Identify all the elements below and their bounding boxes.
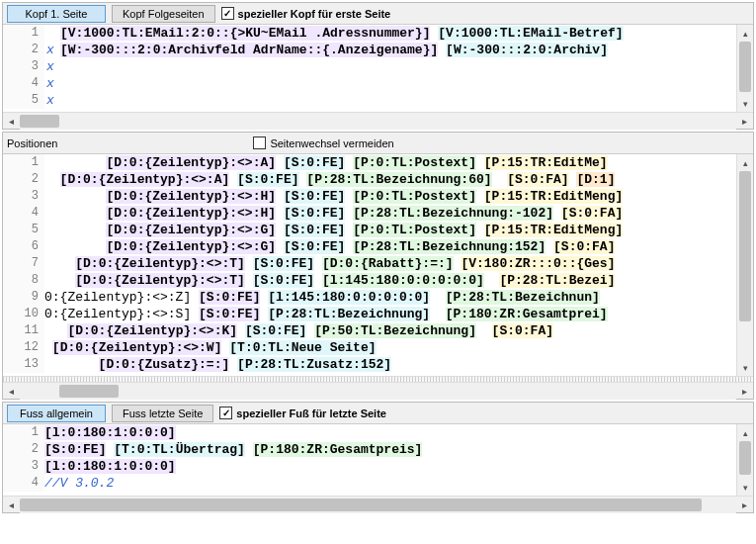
line-content[interactable]: [S:0:FE] [T:0:TL:Übertrag] [P:180:ZR:Ges… (44, 441, 753, 458)
line-number: 1 (3, 154, 44, 171)
code-line[interactable]: 11 [D:0:{Zeilentyp}:<>:K] [S:0:FE] [P:50… (3, 322, 753, 339)
checkbox-label: Seitenwechsel vermeiden (270, 137, 393, 149)
line-content[interactable]: [D:0:{Zeilentyp}:<>:A] [S:0:FE] [P:0:TL:… (44, 154, 753, 171)
scroll-up-icon[interactable]: ▴ (737, 25, 753, 42)
line-content[interactable] (60, 75, 753, 92)
tab-kopf-erste-seite[interactable]: Kopf 1. Seite (7, 5, 106, 23)
tab-fuss-allgemein[interactable]: Fuss allgemein (7, 405, 106, 422)
line-content[interactable]: [l:0:180:1:0:0:0] (44, 424, 753, 441)
code-line[interactable]: 5x (3, 92, 753, 109)
line-content[interactable]: [D:0:{Zusatz}:=:] [P:28:TL:Zusatz:152] (44, 356, 753, 373)
line-number: 4 (3, 475, 44, 492)
code-line[interactable]: 6 [D:0:{Zeilentyp}:<>:G] [S:0:FE] [P:28:… (3, 238, 753, 255)
line-content[interactable]: [D:0:{Zeilentyp}:<>:H] [S:0:FE] [P:0:TL:… (44, 188, 753, 205)
line-content[interactable]: [D:0:{Zeilentyp}:<>:T] [S:0:FE] [D:0:{Ra… (44, 255, 753, 272)
code-line[interactable]: 2[S:0:FE] [T:0:TL:Übertrag] [P:180:ZR:Ge… (3, 441, 753, 458)
scroll-left-icon[interactable]: ◂ (3, 383, 20, 400)
horizontal-scrollbar[interactable]: ◂ ▸ (3, 112, 753, 129)
line-number: 1 (3, 424, 44, 441)
code-line[interactable]: 2x[W:-300:::2:0:Archivfeld AdrName::{.An… (3, 42, 753, 58)
line-number: 4 (3, 75, 44, 92)
line-marker: x (44, 42, 60, 58)
checkbox-label: spezieller Kopf für erste Seite (238, 8, 391, 20)
horizontal-scrollbar[interactable]: ◂ ▸ (3, 382, 753, 399)
scroll-left-icon[interactable]: ◂ (3, 497, 20, 513)
line-content[interactable] (60, 58, 753, 75)
line-content[interactable]: 0:{Zeilentyp}:<>:S] [S:0:FE] [P:28:TL:Be… (44, 306, 753, 322)
code-line[interactable]: 3[l:0:180:1:0:0:0] (3, 458, 753, 475)
code-line[interactable]: 12 [D:0:{Zeilentyp}:<>:W] [T:0:TL:Neue S… (3, 339, 753, 356)
line-number: 1 (3, 25, 44, 42)
vertical-scrollbar[interactable]: ▴ ▾ (736, 25, 753, 112)
code-line[interactable]: 90:{Zeilentyp}:<>:Z] [S:0:FE] [l:145:180… (3, 289, 753, 306)
line-marker: x (44, 58, 60, 75)
code-line[interactable]: 2 [D:0:{Zeilentyp}:<>:A] [S:0:FE] [P:28:… (3, 171, 753, 188)
checkbox-label: spezieller Fuß für letzte Seite (236, 408, 386, 419)
line-content[interactable]: [D:0:{Zeilentyp}:<>:T] [S:0:FE] [l:145:1… (44, 272, 753, 289)
scroll-right-icon[interactable]: ▸ (736, 383, 753, 400)
vertical-scrollbar[interactable]: ▴ ▾ (736, 154, 753, 376)
line-content[interactable]: [D:0:{Zeilentyp}:<>:G] [S:0:FE] [P:0:TL:… (44, 222, 753, 238)
code-line[interactable]: 1[l:0:180:1:0:0:0] (3, 424, 753, 441)
tab-kopf-folgeseiten[interactable]: Kopf Folgeseiten (112, 5, 215, 23)
line-number: 11 (3, 322, 44, 339)
code-line[interactable]: 4//V 3.0.2 (3, 475, 753, 492)
line-marker (44, 25, 60, 42)
line-number: 4 (3, 205, 44, 222)
scroll-down-icon[interactable]: ▾ (737, 95, 753, 112)
scroll-up-icon[interactable]: ▴ (737, 424, 753, 441)
line-content[interactable]: [D:0:{Zeilentyp}:<>:A] [S:0:FE] [P:28:TL… (44, 171, 753, 188)
footer-toolbar: Fuss allgemein Fuss letzte Seite ✓ spezi… (3, 403, 753, 424)
code-line[interactable]: 1 [D:0:{Zeilentyp}:<>:A] [S:0:FE] [P:0:T… (3, 154, 753, 171)
positions-editor[interactable]: 1 [D:0:{Zeilentyp}:<>:A] [S:0:FE] [P:0:T… (3, 154, 753, 376)
footer-editor[interactable]: 1[l:0:180:1:0:0:0]2[S:0:FE] [T:0:TL:Über… (3, 424, 753, 496)
code-line[interactable]: 4 [D:0:{Zeilentyp}:<>:H] [S:0:FE] [P:28:… (3, 205, 753, 222)
code-line[interactable]: 5 [D:0:{Zeilentyp}:<>:G] [S:0:FE] [P:0:T… (3, 222, 753, 238)
line-content[interactable]: [D:0:{Zeilentyp}:<>:K] [S:0:FE] [P:50:TL… (44, 322, 753, 339)
line-number: 2 (3, 42, 44, 58)
line-number: 3 (3, 458, 44, 475)
line-number: 2 (3, 441, 44, 458)
checkbox-spezieller-fuss[interactable]: ✓ spezieller Fuß für letzte Seite (219, 407, 386, 419)
horizontal-scrollbar[interactable]: ◂ ▸ (3, 496, 753, 512)
checkbox-box-icon: ✓ (219, 407, 232, 419)
scroll-left-icon[interactable]: ◂ (3, 113, 20, 130)
code-line[interactable]: 7 [D:0:{Zeilentyp}:<>:T] [S:0:FE] [D:0:{… (3, 255, 753, 272)
line-content[interactable]: [D:0:{Zeilentyp}:<>:H] [S:0:FE] [P:28:TL… (44, 205, 753, 222)
line-number: 2 (3, 171, 44, 188)
line-number: 10 (3, 306, 44, 322)
code-line[interactable]: 13 [D:0:{Zusatz}:=:] [P:28:TL:Zusatz:152… (3, 356, 753, 373)
line-content[interactable] (60, 92, 753, 109)
scroll-down-icon[interactable]: ▾ (737, 359, 753, 376)
line-content[interactable]: [D:0:{Zeilentyp}:<>:W] [T:0:TL:Neue Seit… (44, 339, 753, 356)
line-number: 9 (3, 289, 44, 306)
code-line[interactable]: 100:{Zeilentyp}:<>:S] [S:0:FE] [P:28:TL:… (3, 306, 753, 322)
header-editor[interactable]: 1[V:1000:TL:EMail:2:0::{>KU~EMail .Adres… (3, 25, 753, 112)
code-line[interactable]: 3x (3, 58, 753, 75)
code-line[interactable]: 8 [D:0:{Zeilentyp}:<>:T] [S:0:FE] [l:145… (3, 272, 753, 289)
scroll-right-icon[interactable]: ▸ (736, 497, 753, 513)
positions-toolbar: Positionen Seitenwechsel vermeiden (3, 133, 753, 154)
line-content[interactable]: //V 3.0.2 (44, 475, 753, 492)
code-line[interactable]: 4x (3, 75, 753, 92)
scroll-down-icon[interactable]: ▾ (737, 479, 753, 496)
line-marker: x (44, 92, 60, 109)
line-content[interactable]: [D:0:{Zeilentyp}:<>:G] [S:0:FE] [P:28:TL… (44, 238, 753, 255)
line-content[interactable]: [W:-300:::2:0:Archivfeld AdrName::{.Anze… (60, 42, 753, 58)
vertical-scrollbar[interactable]: ▴ ▾ (736, 424, 753, 496)
line-number: 12 (3, 339, 44, 356)
line-number: 6 (3, 238, 44, 255)
checkbox-spezieller-kopf[interactable]: ✓ spezieller Kopf für erste Seite (221, 7, 391, 20)
code-line[interactable]: 1[V:1000:TL:EMail:2:0::{>KU~EMail .Adres… (3, 25, 753, 42)
checkbox-box-icon: ✓ (221, 7, 234, 20)
checkbox-seitenwechsel[interactable]: Seitenwechsel vermeiden (253, 136, 393, 149)
tab-fuss-letzte-seite[interactable]: Fuss letzte Seite (112, 405, 213, 422)
line-content[interactable]: [l:0:180:1:0:0:0] (44, 458, 753, 475)
code-line[interactable]: 3 [D:0:{Zeilentyp}:<>:H] [S:0:FE] [P:0:T… (3, 188, 753, 205)
line-content[interactable]: 0:{Zeilentyp}:<>:Z] [S:0:FE] [l:145:180:… (44, 289, 753, 306)
scroll-right-icon[interactable]: ▸ (736, 113, 753, 130)
scroll-up-icon[interactable]: ▴ (737, 154, 753, 171)
line-content[interactable]: [V:1000:TL:EMail:2:0::{>KU~EMail .Adress… (60, 25, 753, 42)
line-number: 13 (3, 356, 44, 373)
line-marker: x (44, 75, 60, 92)
